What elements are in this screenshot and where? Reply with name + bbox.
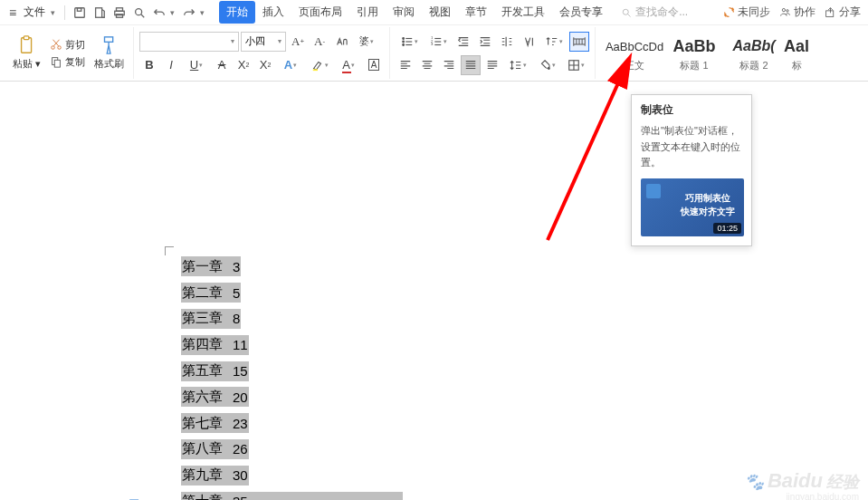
tooltip-video-thumbnail[interactable]: 巧用制表位快速对齐文字 01:25 [641,178,744,236]
sync-status[interactable]: 未同步 [723,5,770,20]
svg-text:3: 3 [430,42,433,46]
document-line[interactable]: 第一章3 [181,254,403,280]
command-search[interactable]: 查找命令... [621,5,688,20]
align-right-button[interactable] [439,55,459,75]
font-size-select[interactable]: 小四▾ [241,32,286,52]
bullets-button[interactable]: ▾ [396,32,423,52]
decrease-font-icon[interactable]: A- [310,32,329,52]
shading-button[interactable]: ▾ [533,55,560,75]
underline-button[interactable]: U▾ [183,55,210,75]
document-content[interactable]: 第一章3第二章5第三章8第四章11第五章15第六章20第七章23第八章26第九章… [181,254,403,500]
tab-developer[interactable]: 开发工具 [494,1,552,24]
document-line[interactable]: 第九章30 [181,462,403,488]
print-preview-icon[interactable] [91,4,109,22]
chapter-label: 第十章 [182,493,229,500]
share-button[interactable]: 分享 [825,5,861,20]
align-justify-button[interactable] [461,55,481,75]
asian-spacing-button[interactable] [497,32,517,52]
document-line[interactable]: 第七章23 [181,410,403,437]
tab-insert[interactable]: 插入 [255,1,291,24]
increase-indent-button[interactable] [475,32,495,52]
styles-gallery: AaBbCcDd 正文 AaBb 标题 1 AaBb( 标题 2 Aal 标 [601,31,813,75]
collab-button[interactable]: 协作 [779,5,816,20]
numbering-button[interactable]: 123▾ [424,32,452,52]
tab-page-layout[interactable]: 页面布局 [291,1,349,24]
text-effects-button[interactable]: A▾ [277,55,304,75]
document-line[interactable]: 第五章15 [181,358,403,384]
tab-review[interactable]: 审阅 [386,1,422,24]
svg-point-14 [58,46,62,50]
sort-button[interactable]: ▾ [540,32,568,52]
line-spacing-button[interactable]: ▾ [504,55,531,75]
save-icon[interactable] [71,4,89,22]
document-line[interactable]: 第二章5 [181,280,403,306]
font-color-button[interactable]: A▾ [335,55,362,75]
file-dropdown-arrow[interactable]: ▾ [51,8,59,17]
document-line[interactable]: 第十章35 [181,488,403,500]
hamburger-icon[interactable]: ≡ [7,5,18,20]
strikethrough-button[interactable]: A [212,55,232,75]
chapter-label: 第一章 [182,258,229,275]
file-menu[interactable]: 文件 [20,5,49,20]
svg-rect-18 [312,69,317,71]
subscript-button[interactable]: X2 [255,55,275,75]
print-icon[interactable] [110,4,129,22]
superscript-button[interactable]: X2 [234,55,253,75]
svg-rect-5 [117,14,123,17]
font-name-select[interactable]: ▾ [139,32,239,52]
ribbon: 粘贴 ▾ 剪切 复制 格式刷 ▾ 小四▾ [0,25,868,82]
char-border-button[interactable]: A [364,55,384,75]
wps-badge-icon [646,184,661,198]
document-line[interactable]: 第六章20 [181,384,403,410]
clear-format-icon[interactable]: 婆▾ [353,32,380,52]
style-heading1[interactable]: AaBb 标题 1 [664,31,724,75]
align-left-button[interactable] [396,55,415,75]
paste-button[interactable]: 粘贴 ▾ [9,35,44,71]
tooltip-description: 弹出"制表位"对话框，设置文本在键入时的位置。 [641,123,742,171]
svg-point-9 [787,10,788,12]
style-heading2[interactable]: AaBb( 标题 2 [724,31,784,75]
copy-button[interactable]: 复制 [48,54,87,70]
tab-references[interactable]: 引用 [349,1,386,24]
svg-rect-2 [96,7,102,17]
align-center-button[interactable] [417,55,437,75]
document-line[interactable]: 第三章8 [181,306,403,332]
document-line[interactable]: 第八章26 [181,437,403,463]
cut-button[interactable]: 剪切 [48,37,87,53]
undo-icon[interactable] [150,4,168,22]
style-normal[interactable]: AaBbCcDd 正文 [605,31,664,75]
ribbon-tabs: 开始 插入 页面布局 引用 审阅 视图 章节 开发工具 会员专享 [219,1,610,24]
page-number: 3 [233,259,240,274]
page-number: 15 [233,363,248,379]
format-painter-button[interactable]: 格式刷 [91,35,128,71]
page-number: 8 [233,311,240,326]
menubar-right: 未同步 协作 分享 [723,5,861,20]
paw-icon: 🐾 [744,472,764,492]
decrease-indent-button[interactable] [453,32,473,52]
svg-point-19 [402,37,404,39]
bold-button[interactable]: B [139,55,159,75]
text-direction-button[interactable] [519,32,539,52]
svg-rect-12 [24,36,28,40]
clipboard-group: 粘贴 ▾ 剪切 复制 格式刷 [4,27,134,79]
tab-stops-button[interactable] [569,32,589,52]
redo-dropdown[interactable]: ▾ [200,8,208,17]
highlight-button[interactable]: ▾ [306,55,333,75]
increase-font-icon[interactable]: A+ [288,32,308,52]
tab-home[interactable]: 开始 [219,1,255,24]
style-heading3[interactable]: Aal 标 [784,31,809,75]
tab-member[interactable]: 会员专享 [552,1,610,24]
redo-icon[interactable] [180,4,198,22]
chapter-label: 第八章 [182,440,229,457]
distribute-button[interactable] [482,55,502,75]
preview-icon[interactable] [130,4,148,22]
italic-button[interactable]: I [161,55,181,75]
undo-dropdown[interactable]: ▾ [170,8,178,17]
chapter-label: 第六章 [182,389,229,406]
tab-view[interactable]: 视图 [422,1,458,24]
borders-button[interactable]: ▾ [562,55,589,75]
selection-tail [249,492,403,500]
change-case-icon[interactable] [331,32,351,52]
tab-chapter[interactable]: 章节 [458,1,494,24]
document-line[interactable]: 第四章11 [181,332,403,358]
